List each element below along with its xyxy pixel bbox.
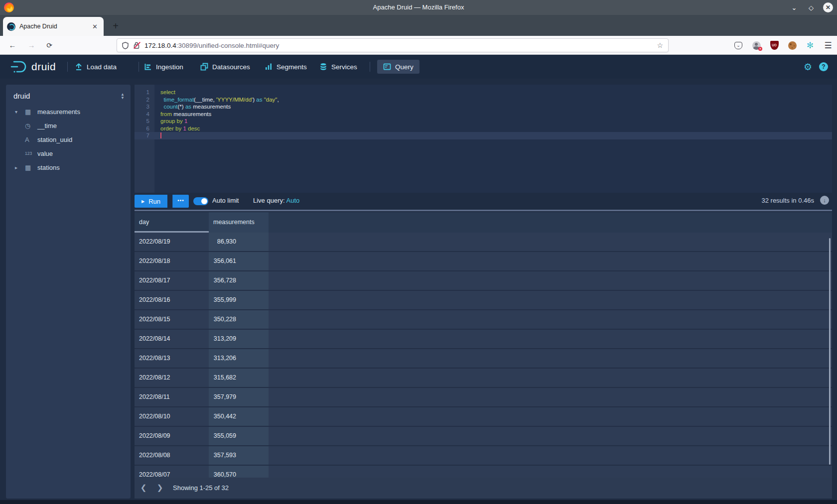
url-text[interactable]: 172.18.0.4:30899/unified-console.html#qu… [144, 42, 653, 49]
star-icon[interactable]: ☆ [657, 41, 663, 49]
live-query-value[interactable]: Auto [286, 197, 300, 204]
cell-measurements: 350,228 [209, 310, 269, 329]
datasources-icon [200, 63, 208, 71]
forward-button[interactable]: → [25, 39, 38, 51]
cell-day: 2022/08/07 [135, 466, 209, 478]
tab-title: Apache Druid [19, 23, 90, 30]
run-bar: ▶Run ••• Auto limit Live query: Auto 32 … [135, 193, 832, 210]
druid-favicon-icon [7, 22, 15, 31]
editor-line-5[interactable]: 5group by 1 [135, 118, 832, 125]
shield-icon[interactable] [122, 42, 129, 49]
cell-measurements: 360,570 [209, 466, 269, 478]
lock-slash-icon[interactable] [134, 42, 140, 49]
table-body: 2022/08/1986,9302022/08/18356,0612022/08… [135, 233, 832, 478]
table-icon: ▦ [25, 164, 35, 171]
tree-item-value[interactable]: 123value [6, 146, 131, 160]
window-maximize-button[interactable]: ◇ [806, 2, 816, 12]
pocket-icon[interactable]: ⌄ [729, 39, 747, 51]
cookie-icon[interactable] [783, 39, 801, 51]
new-tab-button[interactable]: + [109, 19, 123, 33]
results-panel: day measurements 2022/08/1986,9302022/08… [135, 212, 832, 499]
auto-limit-toggle[interactable] [193, 197, 208, 205]
window-close-button[interactable]: ✕ [823, 2, 833, 12]
column-header-measurements[interactable]: measurements [209, 212, 269, 233]
auto-limit-label: Auto limit [212, 197, 239, 204]
tree-item-measurements[interactable]: ▾▦measurements [6, 105, 131, 119]
pagination: ❮ ❯ Showing 1-25 of 32 [135, 478, 832, 499]
cell-measurements: 313,206 [209, 349, 269, 368]
sort-icon[interactable]: ▲▼ [121, 93, 125, 100]
results-info: 32 results in 0.46s [761, 197, 814, 204]
nav-item-ingestion[interactable]: Ingestion [144, 55, 183, 79]
query-icon [383, 63, 391, 71]
query-view: 1select2 time_format(__time, 'YYYY/MM/dd… [135, 85, 832, 499]
nav-item-datasources[interactable]: Datasources [200, 55, 250, 79]
screen: Apache Druid — Mozilla Firefox ⌄ ◇ ✕ Apa… [0, 0, 837, 504]
tab-bar: Apache Druid ✕ + [0, 15, 837, 36]
menu-icon[interactable]: ☰ [819, 39, 837, 51]
tree-item-stations[interactable]: ▸▦stations [6, 160, 131, 174]
table-row: 2022/08/1986,930 [135, 233, 832, 252]
window-minimize-button[interactable]: ⌄ [789, 2, 799, 12]
schema-tree: ▾▦measurements◷__timeAstation_uuid123val… [6, 105, 131, 174]
ublock-icon[interactable]: UO [765, 39, 783, 51]
next-page-icon[interactable]: ❯ [155, 483, 165, 492]
profile-blocked-icon[interactable]: ✕ [747, 39, 765, 51]
splitter-handle[interactable] [135, 210, 832, 211]
editor-line-6[interactable]: 6order by 1 desc [135, 125, 832, 132]
prev-page-icon[interactable]: ❮ [139, 483, 148, 492]
cell-day: 2022/08/09 [135, 427, 209, 445]
table-row: 2022/08/09355,059 [135, 427, 832, 446]
string-icon: A [25, 136, 35, 143]
play-icon: ▶ [141, 199, 144, 204]
cell-day: 2022/08/18 [135, 252, 209, 270]
sql-editor[interactable]: 1select2 time_format(__time, 'YYYY/MM/dd… [135, 85, 832, 193]
live-query-label: Live query: Auto [253, 197, 299, 204]
download-icon[interactable]: ↓ [820, 196, 829, 205]
browser-tab[interactable]: Apache Druid ✕ [3, 17, 104, 36]
window-bottom-edge [0, 500, 837, 504]
editor-line-7[interactable]: 7 [135, 132, 832, 139]
table-row: 2022/08/07360,570 [135, 466, 832, 478]
cell-day: 2022/08/16 [135, 291, 209, 309]
reload-button[interactable]: ⟳ [43, 39, 56, 51]
table-row: 2022/08/16355,999 [135, 291, 832, 310]
number-icon: 123 [25, 151, 35, 156]
tree-item---time[interactable]: ◷__time [6, 119, 131, 132]
ingestion-icon [144, 63, 152, 71]
run-button[interactable]: ▶Run [135, 195, 167, 208]
tree-item-station-uuid[interactable]: Astation_uuid [6, 132, 131, 146]
help-icon[interactable]: ? [819, 62, 828, 71]
table-row: 2022/08/12315,682 [135, 369, 832, 388]
text-cursor [160, 132, 161, 138]
nav-item-query[interactable]: Query [377, 60, 419, 74]
nav-item-load-data[interactable]: Load data [75, 55, 117, 79]
run-more-button[interactable]: ••• [172, 195, 189, 208]
cell-measurements: 355,999 [209, 291, 269, 309]
druid-brand[interactable]: druid [10, 55, 56, 79]
table-row: 2022/08/11357,979 [135, 388, 832, 407]
editor-line-1[interactable]: 1select [135, 89, 832, 96]
editor-line-2[interactable]: 2 time_format(__time, 'YYYY/MM/dd') as "… [135, 96, 832, 104]
window-titlebar: Apache Druid — Mozilla Firefox ⌄ ◇ ✕ [0, 0, 837, 15]
gear-icon[interactable]: ⚙ [804, 61, 812, 73]
editor-line-4[interactable]: 4from measurements [135, 111, 832, 118]
editor-line-3[interactable]: 3 count(*) as measurements [135, 103, 832, 111]
table-row: 2022/08/15350,228 [135, 310, 832, 330]
nav-item-segments[interactable]: Segments [265, 55, 307, 79]
tab-close-icon[interactable]: ✕ [90, 22, 100, 31]
load-data-icon [75, 63, 83, 71]
url-bar[interactable]: 172.18.0.4:30899/unified-console.html#qu… [117, 38, 669, 52]
column-header-day[interactable]: day [135, 212, 209, 233]
nav-item-services[interactable]: Services [319, 55, 357, 79]
back-button[interactable]: ← [6, 39, 19, 51]
extension-spark-icon[interactable]: ✻ [801, 39, 819, 51]
cell-day: 2022/08/13 [135, 349, 209, 368]
table-row: 2022/08/17356,728 [135, 271, 832, 291]
table-scrollbar[interactable] [829, 238, 831, 465]
cell-measurements: 315,682 [209, 369, 269, 387]
cell-day: 2022/08/11 [135, 388, 209, 406]
table-row: 2022/08/14313,209 [135, 330, 832, 349]
cell-day: 2022/08/17 [135, 271, 209, 290]
brand-name: druid [31, 61, 56, 73]
